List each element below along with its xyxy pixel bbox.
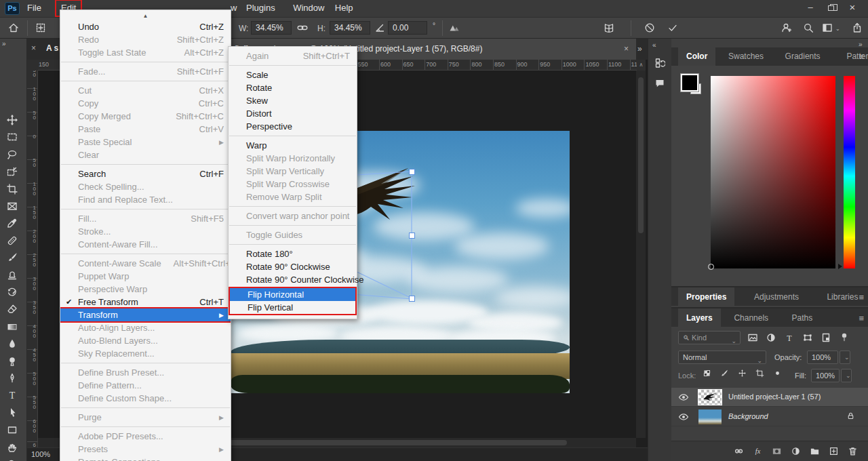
menu-item-scale[interactable]: Scale (229, 68, 357, 81)
menu-item-content-aware-scale[interactable]: Content-Aware ScaleAlt+Shift+Ctrl+C (60, 257, 231, 270)
cancel-icon[interactable] (644, 22, 655, 33)
menu-item-puppet-warp[interactable]: Puppet Warp (60, 270, 231, 283)
tab-overflow-icon[interactable]: » (637, 44, 642, 54)
gradient-tool[interactable] (7, 321, 18, 332)
menu-item-presets[interactable]: Presets▶ (60, 443, 231, 456)
menu-item-flip-horizontal[interactable]: Flip Horizontal (230, 288, 355, 301)
zoom-level[interactable]: 100% (31, 448, 50, 461)
history-brush-tool[interactable] (7, 287, 18, 298)
path-selection-tool[interactable] (7, 407, 18, 418)
hand-tool[interactable] (7, 442, 18, 453)
menu-item-again[interactable]: AgainShift+Ctrl+T (229, 49, 357, 62)
version-history-icon[interactable] (654, 58, 665, 68)
hue-slider[interactable] (844, 76, 855, 268)
minimize-button[interactable]: – (799, 0, 822, 16)
menu-item-sky-replacement[interactable]: Sky Replacement... (60, 347, 231, 360)
warp-mode-icon[interactable] (604, 22, 614, 33)
menu-item-copy-merged[interactable]: Copy MergedShift+Ctrl+C (60, 110, 231, 123)
tab-layers[interactable]: Layers (678, 308, 721, 327)
type-tool[interactable]: T (7, 390, 18, 401)
panel-menu-icon[interactable]: ≡ (859, 292, 864, 302)
menu-item-rotate-180[interactable]: Rotate 180° (229, 247, 357, 260)
menu-item-rotate[interactable]: Rotate (229, 81, 357, 94)
restore-button[interactable] (819, 0, 842, 16)
menu-item-purge[interactable]: Purge▶ (60, 411, 231, 424)
menubar-item-help[interactable]: Help (330, 0, 359, 16)
rectangular-marquee-tool[interactable] (7, 132, 18, 142)
menu-item-adobe-pdf-presets[interactable]: Adobe PDF Presets... (60, 430, 231, 443)
move-tool[interactable] (7, 115, 18, 125)
shape-filter-icon[interactable] (802, 332, 813, 343)
dodge-tool[interactable] (7, 356, 18, 367)
tab-properties[interactable]: Properties (678, 287, 734, 306)
crop-tool[interactable] (7, 184, 18, 195)
vertical-ruler[interactable]: 1 5 01 0 05 005 01 0 01 5 02 0 02 5 03 0… (27, 71, 38, 447)
filter-toggle-pin[interactable] (839, 332, 850, 343)
image-filter-icon[interactable] (747, 332, 758, 343)
menu-item-auto-align-layers[interactable]: Auto-Align Layers... (60, 321, 231, 334)
menubar-item-plugins[interactable]: Plugins (241, 0, 281, 16)
menu-item-skew[interactable]: Skew (229, 94, 357, 107)
menu-item-check-spelling[interactable]: Check Spelling... (60, 180, 231, 193)
menu-item-define-custom-shape[interactable]: Define Custom Shape... (60, 392, 231, 405)
menu-item-define-brush-preset[interactable]: Define Brush Preset... (60, 366, 231, 379)
menu-item-search[interactable]: SearchCtrl+F (60, 167, 231, 180)
close-button[interactable]: × (841, 0, 864, 16)
menu-item-remove-warp-split[interactable]: Remove Warp Split (229, 191, 357, 203)
layer-thumbnail[interactable] (698, 390, 722, 405)
fx-icon[interactable]: fx (753, 446, 763, 456)
menu-item-find-and-replace-text[interactable]: Find and Replace Text... (60, 193, 231, 206)
smart-object-filter-icon[interactable] (821, 332, 831, 343)
lock-move-icon[interactable] (738, 369, 747, 378)
blur-tool[interactable] (7, 338, 18, 349)
partial-tab-close-icon[interactable]: × (31, 43, 36, 53)
menu-item-perspective-warp[interactable]: Perspective Warp (60, 283, 231, 296)
lock-all-icon[interactable] (773, 369, 782, 378)
eyedropper-tool[interactable] (7, 218, 18, 228)
account-icon[interactable] (781, 22, 792, 33)
home-icon[interactable] (8, 22, 19, 33)
color-picker-cursor[interactable] (708, 264, 714, 270)
object-selection-tool[interactable] (7, 166, 18, 177)
menu-item-convert-warp-anchor-point[interactable]: Convert warp anchor point (229, 209, 357, 222)
transform-handle[interactable] (409, 296, 415, 302)
lock-paint-icon[interactable] (720, 369, 729, 378)
tool-preset-icon[interactable] (35, 22, 46, 33)
menu-item-flip-vertical[interactable]: Flip Vertical (230, 301, 355, 314)
spot-healing-brush-tool[interactable] (7, 235, 18, 246)
brush-tool[interactable] (7, 252, 18, 263)
menu-item-fill[interactable]: Fill...Shift+F5 (60, 212, 231, 225)
menubar-item-window[interactable]: Window (288, 0, 330, 16)
type-filter-icon[interactable]: T (784, 332, 795, 343)
menu-item-free-transform[interactable]: ✔Free TransformCtrl+T (60, 296, 231, 308)
menu-item-toggle-guides[interactable]: Toggle Guides (229, 228, 357, 241)
tab-swatches[interactable]: Swatches (720, 47, 772, 66)
menubar-item-file[interactable]: File (22, 0, 47, 16)
group-icon[interactable] (810, 446, 820, 456)
pen-tool[interactable] (7, 373, 18, 384)
eye-icon[interactable] (678, 392, 689, 403)
opacity-input[interactable]: 100% (807, 350, 838, 364)
tab-adjustments[interactable]: Adjustments (746, 287, 807, 306)
menu-item-copy[interactable]: CopyCtrl+C (60, 97, 231, 110)
width-input[interactable]: 34.45% (251, 21, 292, 35)
layer-row[interactable]: Untitled project-Layer 1 (57) (671, 388, 868, 407)
menu-item-rotate-90-clockwise[interactable]: Rotate 90° Clockwise (229, 260, 357, 273)
tab-channels[interactable]: Channels (726, 308, 776, 327)
foreground-color-swatch[interactable] (681, 74, 698, 92)
transform-handle[interactable] (409, 169, 415, 175)
tab-gradients[interactable]: Gradients (777, 47, 829, 66)
panel-menu-icon[interactable]: ≡ (859, 52, 864, 62)
collapse-panels-icon[interactable]: « (652, 41, 656, 49)
rotation-input[interactable]: 0.00 (388, 21, 427, 35)
saturation-brightness-field[interactable] (711, 76, 835, 268)
menu-item-paste-special[interactable]: Paste Special▶ (60, 136, 231, 148)
layer-row[interactable]: Background (671, 407, 868, 426)
menu-item-cut[interactable]: CutCtrl+X (60, 84, 231, 97)
adjustment-filter-icon[interactable] (766, 332, 776, 343)
height-input[interactable]: 34.45% (330, 21, 370, 35)
blend-mode-select[interactable]: Normal⌄ (678, 350, 766, 364)
tab-close-icon[interactable]: × (624, 44, 629, 54)
clone-stamp-tool[interactable] (7, 270, 18, 281)
link-icon[interactable] (297, 22, 308, 33)
